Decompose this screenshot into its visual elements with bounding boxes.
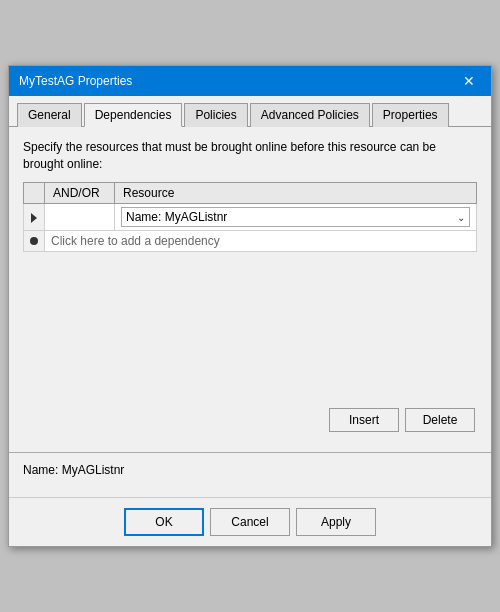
tab-general[interactable]: General (17, 103, 82, 127)
add-dependency-row[interactable]: Click here to add a dependency (24, 231, 477, 252)
ok-button[interactable]: OK (124, 508, 204, 536)
add-row-indicator (24, 231, 45, 252)
insert-button[interactable]: Insert (329, 408, 399, 432)
resource-dropdown[interactable]: Name: MyAGListnr ⌄ (121, 207, 470, 227)
tab-advanced-policies[interactable]: Advanced Policies (250, 103, 370, 127)
title-bar: MyTestAG Properties ✕ (9, 66, 491, 96)
tab-properties[interactable]: Properties (372, 103, 449, 127)
row-indicator (24, 204, 45, 231)
indicator-col-header (24, 183, 45, 204)
delete-button[interactable]: Delete (405, 408, 475, 432)
apply-button[interactable]: Apply (296, 508, 376, 536)
add-dependency-cell[interactable]: Click here to add a dependency (45, 231, 477, 252)
row-arrow-icon (31, 213, 37, 223)
bullet-icon (30, 237, 38, 245)
dependency-table-area: AND/OR Resource Name: MyAGListnr ⌄ (23, 182, 477, 402)
table-header-row: AND/OR Resource (24, 183, 477, 204)
tab-dependencies[interactable]: Dependencies (84, 103, 183, 127)
table-row: Name: MyAGListnr ⌄ (24, 204, 477, 231)
cancel-button[interactable]: Cancel (210, 508, 290, 536)
dropdown-arrow-icon: ⌄ (457, 212, 465, 223)
and-or-cell (45, 204, 115, 231)
and-or-col-header: AND/OR (45, 183, 115, 204)
dependency-table: AND/OR Resource Name: MyAGListnr ⌄ (23, 182, 477, 252)
resource-cell[interactable]: Name: MyAGListnr ⌄ (115, 204, 477, 231)
bottom-button-row: OK Cancel Apply (9, 497, 491, 546)
window-title: MyTestAG Properties (19, 74, 132, 88)
tab-bar: General Dependencies Policies Advanced P… (9, 96, 491, 127)
resource-col-header: Resource (115, 183, 477, 204)
info-section: Name: MyAGListnr (9, 452, 491, 497)
dialog-window: MyTestAG Properties ✕ General Dependenci… (8, 65, 492, 548)
main-content: Specify the resources that must be broug… (9, 127, 491, 453)
tab-policies[interactable]: Policies (184, 103, 247, 127)
resource-value: Name: MyAGListnr (126, 210, 227, 224)
table-button-row: Insert Delete (23, 408, 477, 432)
close-button[interactable]: ✕ (457, 72, 481, 90)
description-text: Specify the resources that must be broug… (23, 139, 477, 173)
info-text: Name: MyAGListnr (23, 463, 124, 477)
